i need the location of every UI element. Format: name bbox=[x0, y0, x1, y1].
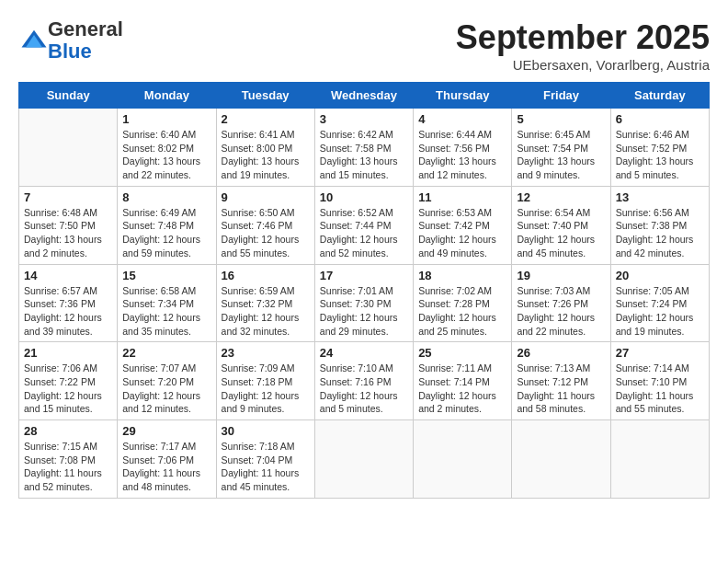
day-number: 11 bbox=[418, 190, 506, 204]
week-row-2: 7Sunrise: 6:48 AMSunset: 7:50 PMDaylight… bbox=[19, 186, 710, 264]
day-number: 19 bbox=[517, 269, 605, 282]
day-number: 3 bbox=[320, 112, 408, 126]
day-number: 1 bbox=[122, 112, 210, 126]
week-row-3: 14Sunrise: 6:57 AMSunset: 7:36 PMDayligh… bbox=[19, 264, 710, 342]
calendar-cell: 15Sunrise: 6:58 AMSunset: 7:34 PMDayligh… bbox=[118, 264, 216, 342]
calendar-cell: 3Sunrise: 6:42 AMSunset: 7:58 PMDaylight… bbox=[314, 109, 413, 187]
day-number: 8 bbox=[122, 190, 210, 204]
day-detail: Sunrise: 6:40 AMSunset: 8:02 PMDaylight:… bbox=[122, 128, 210, 182]
day-detail: Sunrise: 7:01 AMSunset: 7:30 PMDaylight:… bbox=[320, 284, 408, 339]
calendar-cell: 24Sunrise: 7:10 AMSunset: 7:16 PMDayligh… bbox=[314, 342, 413, 420]
calendar-header-row: SundayMondayTuesdayWednesdayThursdayFrid… bbox=[19, 83, 710, 109]
day-detail: Sunrise: 6:41 AMSunset: 8:00 PMDaylight:… bbox=[222, 128, 310, 182]
calendar-cell: 29Sunrise: 7:17 AMSunset: 7:06 PMDayligh… bbox=[118, 420, 216, 499]
calendar-cell: 26Sunrise: 7:13 AMSunset: 7:12 PMDayligh… bbox=[512, 342, 610, 420]
day-number: 13 bbox=[616, 190, 704, 204]
day-detail: Sunrise: 7:17 AMSunset: 7:06 PMDaylight:… bbox=[122, 440, 210, 494]
calendar-cell: 17Sunrise: 7:01 AMSunset: 7:30 PMDayligh… bbox=[314, 264, 413, 342]
day-number: 5 bbox=[517, 112, 605, 126]
day-number: 7 bbox=[24, 190, 112, 204]
calendar-cell: 25Sunrise: 7:11 AMSunset: 7:14 PMDayligh… bbox=[414, 342, 512, 420]
day-number: 21 bbox=[24, 346, 112, 360]
week-row-4: 21Sunrise: 7:06 AMSunset: 7:22 PMDayligh… bbox=[19, 342, 710, 420]
day-detail: Sunrise: 7:09 AMSunset: 7:18 PMDaylight:… bbox=[222, 362, 310, 416]
day-number: 25 bbox=[418, 346, 506, 360]
day-number: 14 bbox=[24, 269, 112, 282]
day-detail: Sunrise: 6:44 AMSunset: 7:56 PMDaylight:… bbox=[418, 128, 506, 182]
calendar-cell: 19Sunrise: 7:03 AMSunset: 7:26 PMDayligh… bbox=[512, 264, 610, 342]
day-number: 9 bbox=[222, 190, 310, 204]
month-title: September 2025 bbox=[456, 18, 710, 57]
day-number: 10 bbox=[320, 190, 408, 204]
day-detail: Sunrise: 7:03 AMSunset: 7:26 PMDaylight:… bbox=[517, 284, 605, 339]
day-detail: Sunrise: 7:11 AMSunset: 7:14 PMDaylight:… bbox=[418, 362, 506, 416]
day-number: 12 bbox=[517, 190, 605, 204]
day-header-monday: Monday bbox=[118, 83, 216, 109]
calendar-cell: 28Sunrise: 7:15 AMSunset: 7:08 PMDayligh… bbox=[19, 420, 118, 499]
day-number: 17 bbox=[320, 269, 408, 282]
day-header-tuesday: Tuesday bbox=[216, 83, 314, 109]
day-detail: Sunrise: 6:42 AMSunset: 7:58 PMDaylight:… bbox=[320, 128, 408, 182]
calendar-cell: 14Sunrise: 6:57 AMSunset: 7:36 PMDayligh… bbox=[19, 264, 118, 342]
day-detail: Sunrise: 7:14 AMSunset: 7:10 PMDaylight:… bbox=[616, 362, 704, 416]
day-detail: Sunrise: 6:58 AMSunset: 7:34 PMDaylight:… bbox=[122, 284, 210, 339]
calendar-cell: 6Sunrise: 6:46 AMSunset: 7:52 PMDaylight… bbox=[610, 109, 709, 187]
calendar-cell: 16Sunrise: 6:59 AMSunset: 7:32 PMDayligh… bbox=[216, 264, 314, 342]
day-number: 15 bbox=[122, 269, 210, 282]
day-number: 26 bbox=[517, 346, 605, 360]
calendar-cell: 13Sunrise: 6:56 AMSunset: 7:38 PMDayligh… bbox=[610, 186, 709, 264]
day-detail: Sunrise: 6:57 AMSunset: 7:36 PMDaylight:… bbox=[24, 284, 112, 339]
logo-icon bbox=[20, 27, 48, 54]
location-subtitle: UEbersaxen, Vorarlberg, Austria bbox=[456, 57, 710, 73]
calendar-cell: 27Sunrise: 7:14 AMSunset: 7:10 PMDayligh… bbox=[610, 342, 709, 420]
calendar-cell: 2Sunrise: 6:41 AMSunset: 8:00 PMDaylight… bbox=[216, 109, 314, 187]
day-detail: Sunrise: 6:52 AMSunset: 7:44 PMDaylight:… bbox=[320, 206, 408, 260]
day-number: 30 bbox=[222, 424, 310, 438]
calendar-cell: 4Sunrise: 6:44 AMSunset: 7:56 PMDaylight… bbox=[414, 109, 512, 187]
day-detail: Sunrise: 7:15 AMSunset: 7:08 PMDaylight:… bbox=[24, 440, 112, 494]
day-number: 29 bbox=[122, 424, 210, 438]
calendar-cell: 5Sunrise: 6:45 AMSunset: 7:54 PMDaylight… bbox=[512, 109, 610, 187]
day-number: 27 bbox=[616, 346, 704, 360]
calendar-cell: 10Sunrise: 6:52 AMSunset: 7:44 PMDayligh… bbox=[314, 186, 413, 264]
week-row-5: 28Sunrise: 7:15 AMSunset: 7:08 PMDayligh… bbox=[19, 420, 710, 499]
day-number: 18 bbox=[418, 269, 506, 282]
calendar-cell bbox=[19, 109, 118, 187]
calendar-cell: 11Sunrise: 6:53 AMSunset: 7:42 PMDayligh… bbox=[414, 186, 512, 264]
logo-blue-text: Blue bbox=[48, 40, 92, 63]
day-detail: Sunrise: 6:49 AMSunset: 7:48 PMDaylight:… bbox=[122, 206, 210, 260]
calendar-table: SundayMondayTuesdayWednesdayThursdayFrid… bbox=[18, 82, 710, 499]
page-header: General Blue September 2025 UEbersaxen, … bbox=[18, 18, 710, 73]
day-detail: Sunrise: 6:54 AMSunset: 7:40 PMDaylight:… bbox=[517, 206, 605, 260]
logo-general-text: General bbox=[48, 17, 123, 40]
day-header-friday: Friday bbox=[512, 83, 610, 109]
day-number: 2 bbox=[222, 112, 310, 126]
calendar-cell: 23Sunrise: 7:09 AMSunset: 7:18 PMDayligh… bbox=[216, 342, 314, 420]
day-detail: Sunrise: 6:53 AMSunset: 7:42 PMDaylight:… bbox=[418, 206, 506, 260]
calendar-cell: 20Sunrise: 7:05 AMSunset: 7:24 PMDayligh… bbox=[610, 264, 709, 342]
day-detail: Sunrise: 7:10 AMSunset: 7:16 PMDaylight:… bbox=[320, 362, 408, 416]
day-header-wednesday: Wednesday bbox=[314, 83, 413, 109]
title-block: September 2025 UEbersaxen, Vorarlberg, A… bbox=[456, 18, 710, 73]
day-header-sunday: Sunday bbox=[19, 83, 118, 109]
day-number: 4 bbox=[418, 112, 506, 126]
day-detail: Sunrise: 7:07 AMSunset: 7:20 PMDaylight:… bbox=[122, 362, 210, 416]
day-number: 16 bbox=[222, 269, 310, 282]
day-detail: Sunrise: 6:46 AMSunset: 7:52 PMDaylight:… bbox=[616, 128, 704, 182]
day-detail: Sunrise: 6:48 AMSunset: 7:50 PMDaylight:… bbox=[24, 206, 112, 260]
calendar-cell: 9Sunrise: 6:50 AMSunset: 7:46 PMDaylight… bbox=[216, 186, 314, 264]
calendar-cell: 8Sunrise: 6:49 AMSunset: 7:48 PMDaylight… bbox=[118, 186, 216, 264]
day-number: 28 bbox=[24, 424, 112, 438]
calendar-cell bbox=[512, 420, 610, 499]
day-detail: Sunrise: 6:59 AMSunset: 7:32 PMDaylight:… bbox=[222, 284, 310, 339]
day-detail: Sunrise: 7:06 AMSunset: 7:22 PMDaylight:… bbox=[24, 362, 112, 416]
week-row-1: 1Sunrise: 6:40 AMSunset: 8:02 PMDaylight… bbox=[19, 109, 710, 187]
calendar-cell: 30Sunrise: 7:18 AMSunset: 7:04 PMDayligh… bbox=[216, 420, 314, 499]
day-number: 24 bbox=[320, 346, 408, 360]
day-header-thursday: Thursday bbox=[414, 83, 512, 109]
calendar-cell: 12Sunrise: 6:54 AMSunset: 7:40 PMDayligh… bbox=[512, 186, 610, 264]
day-header-saturday: Saturday bbox=[610, 83, 709, 109]
calendar-cell bbox=[414, 420, 512, 499]
calendar-cell bbox=[610, 420, 709, 499]
calendar-cell: 22Sunrise: 7:07 AMSunset: 7:20 PMDayligh… bbox=[118, 342, 216, 420]
